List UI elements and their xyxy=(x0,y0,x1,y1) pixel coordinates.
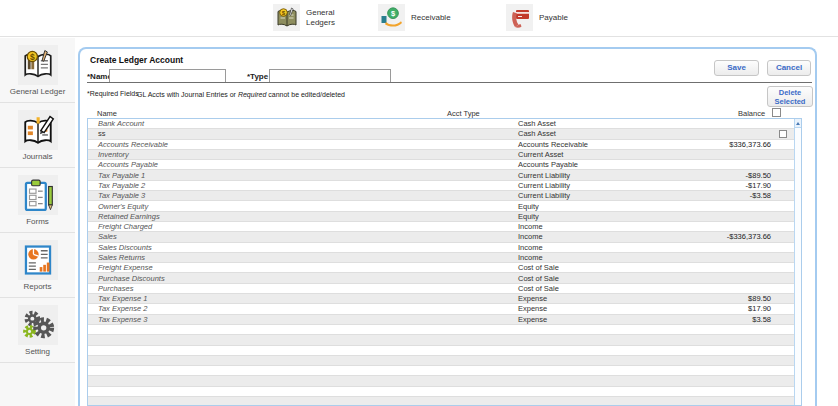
table-row[interactable]: InventoryCurrent Asset xyxy=(88,150,794,160)
acct-type-cell: Cash Asset xyxy=(518,119,673,128)
table-row[interactable]: Sales ReturnsIncome xyxy=(88,253,794,263)
table-row[interactable]: Owner's EquityEquity xyxy=(88,201,794,211)
note-text: GL Accts with Journal Entries or xyxy=(137,91,238,98)
scroll-up-arrow-icon[interactable] xyxy=(795,119,801,128)
acct-type-cell: Current Liability xyxy=(518,181,673,190)
table-row[interactable]: Accounts ReceivableAccounts Receivable$3… xyxy=(88,140,794,150)
balance-cell: -$17.90 xyxy=(673,181,771,190)
table-row[interactable]: Tax Payable 2Current Liability-$17.90 xyxy=(88,181,794,191)
receivable-icon: $ xyxy=(378,4,405,31)
table-scrollbar[interactable] xyxy=(794,119,801,405)
delete-selected-button[interactable]: Delete Selected xyxy=(767,86,813,107)
table-row-empty[interactable] xyxy=(88,335,794,345)
table-row[interactable]: Freight ChargedIncome xyxy=(88,222,794,232)
section-divider xyxy=(87,82,812,83)
account-name-cell: Freight Expense xyxy=(88,263,518,272)
payable-icon xyxy=(506,4,533,31)
table-row[interactable]: Tax Expense 1Expense$89.50 xyxy=(88,294,794,304)
acct-type-cell: Cash Asset xyxy=(518,129,673,138)
topbar-label: Receivable xyxy=(411,13,453,22)
account-name-cell: Tax Payable 1 xyxy=(88,171,518,180)
balance-cell: $89.50 xyxy=(673,294,771,303)
table-row-empty[interactable] xyxy=(88,356,794,366)
column-header-name: Name xyxy=(97,109,117,118)
table-row-empty[interactable] xyxy=(88,366,794,376)
account-name-cell: Sales Returns xyxy=(88,253,518,262)
balance-cell: -$89.50 xyxy=(673,171,771,180)
balance-cell: -$3.58 xyxy=(673,191,771,200)
account-name-cell: Tax Expense 3 xyxy=(88,315,518,324)
type-input[interactable] xyxy=(269,69,391,83)
note-text: cannot be edited/deleted xyxy=(266,91,345,98)
topbar-item-receivable[interactable]: $ Receivable xyxy=(378,4,453,31)
acct-type-cell: Accounts Payable xyxy=(518,160,673,169)
table-row[interactable]: PurchasesCost of Sale xyxy=(88,284,794,294)
journals-icon xyxy=(18,110,58,150)
topbar-label: Payable xyxy=(539,13,581,22)
table-row-empty[interactable] xyxy=(88,397,794,406)
acct-type-cell: Cost of Sale xyxy=(518,274,673,283)
table-row[interactable]: Tax Expense 2Expense$17.90 xyxy=(88,304,794,314)
ledger-accounts-table: Bank AccountCash AssetssCash AssetAccoun… xyxy=(87,118,802,406)
page-title: Create Ledger Account xyxy=(90,55,183,65)
account-name-cell: ss xyxy=(88,129,518,138)
general-ledgers-icon: $ xyxy=(273,4,300,31)
edit-restriction-note: GL Accts with Journal Entries or Require… xyxy=(137,91,345,98)
table-row[interactable]: ssCash Asset xyxy=(88,129,794,139)
balance-cell: -$336,373.66 xyxy=(673,232,771,241)
balance-cell: $17.90 xyxy=(673,304,771,313)
select-all-checkbox[interactable] xyxy=(772,108,781,117)
account-name-cell: Tax Payable 2 xyxy=(88,181,518,190)
table-row[interactable]: Purchase DiscountsCost of Sale xyxy=(88,273,794,283)
sidebar-label: Journals xyxy=(22,152,52,161)
forms-icon xyxy=(18,175,58,215)
acct-type-cell: Expense xyxy=(518,304,673,313)
sidebar-item-forms[interactable]: Forms xyxy=(0,168,75,233)
name-input[interactable] xyxy=(109,69,226,83)
table-row-empty[interactable] xyxy=(88,387,794,397)
sidebar-item-journals[interactable]: Journals xyxy=(0,103,75,168)
account-name-cell: Accounts Receivable xyxy=(88,140,518,149)
table-row-empty[interactable] xyxy=(88,325,794,335)
table-row[interactable]: Retained EarningsEquity xyxy=(88,212,794,222)
topbar-item-payable[interactable]: Payable xyxy=(506,4,581,31)
row-select-checkbox[interactable] xyxy=(779,130,787,138)
balance-cell: $3.58 xyxy=(673,315,771,324)
acct-type-cell: Expense xyxy=(518,315,673,324)
column-header-acct-type: Acct Type xyxy=(447,109,480,118)
topbar-item-general-ledgers[interactable]: $ General Ledgers xyxy=(273,4,348,31)
table-row[interactable]: Bank AccountCash Asset xyxy=(88,119,794,129)
acct-type-cell: Current Liability xyxy=(518,191,673,200)
sidebar-item-reports[interactable]: Reports xyxy=(0,233,75,298)
acct-type-cell: Income xyxy=(518,243,673,252)
create-ledger-account-panel: Create Ledger Account *Name *Type Save C… xyxy=(78,47,817,406)
cancel-button[interactable]: Cancel xyxy=(767,60,811,76)
table-row-empty[interactable] xyxy=(88,346,794,356)
acct-type-cell: Income xyxy=(518,222,673,231)
sidebar-item-setting[interactable]: Setting xyxy=(0,298,75,363)
sidebar-item-general-ledger[interactable]: $ General Ledger xyxy=(0,38,75,103)
table-row[interactable]: Sales DiscountsIncome xyxy=(88,243,794,253)
ledger-table-rows: Bank AccountCash AssetssCash AssetAccoun… xyxy=(88,119,794,406)
general-ledger-icon: $ xyxy=(18,45,58,85)
table-row[interactable]: Tax Payable 3Current Liability-$3.58 xyxy=(88,191,794,201)
top-module-bar: $ General Ledgers $ Receivable Pay xyxy=(0,0,838,37)
account-name-cell: Owner's Equity xyxy=(88,202,518,211)
account-name-cell: Bank Account xyxy=(88,119,518,128)
table-row[interactable]: Tax Expense 3Expense$3.58 xyxy=(88,315,794,325)
table-row[interactable]: SalesIncome-$336,373.66 xyxy=(88,232,794,242)
table-row-empty[interactable] xyxy=(88,376,794,386)
save-button[interactable]: Save xyxy=(714,60,759,76)
table-row[interactable]: Accounts PayableAccounts Payable xyxy=(88,160,794,170)
acct-type-cell: Expense xyxy=(518,294,673,303)
table-row[interactable]: Freight ExpenseCost of Sale xyxy=(88,263,794,273)
settings-gears-icon xyxy=(18,305,58,345)
account-name-cell: Sales Discounts xyxy=(88,243,518,252)
table-row[interactable]: Tax Payable 1Current Liability-$89.50 xyxy=(88,170,794,180)
required-fields-note: *Required Fields xyxy=(87,90,139,97)
sidebar-label: Forms xyxy=(26,217,49,226)
sidebar: $ General Ledger Journals xyxy=(0,38,75,406)
sidebar-label: Setting xyxy=(25,347,50,356)
account-name-cell: Inventory xyxy=(88,150,518,159)
acct-type-cell: Equity xyxy=(518,212,673,221)
